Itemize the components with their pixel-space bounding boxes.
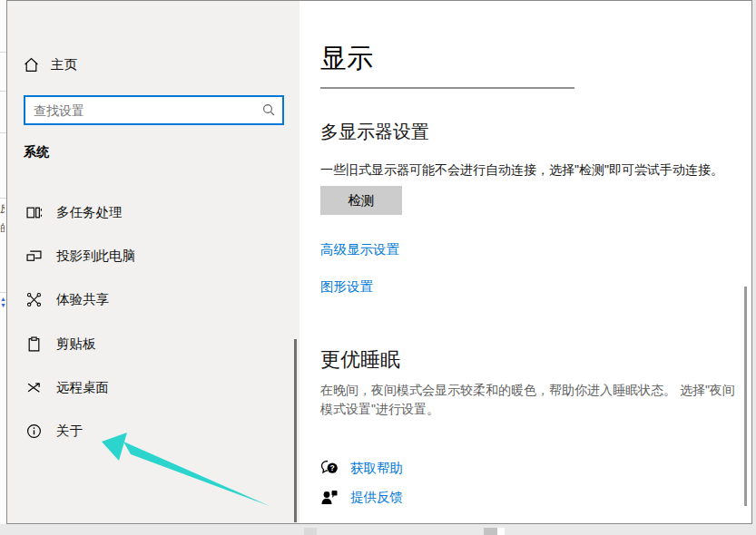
multitasking-icon <box>26 205 42 220</box>
feedback-link[interactable]: 提供反馈 <box>320 489 403 506</box>
page-title-underline <box>320 87 574 89</box>
night-light-description: 在晚间，夜间模式会显示较柔和的暖色，帮助你进入睡眠状态。 选择"夜间模式设置"进… <box>320 381 740 419</box>
screenshot-root: 反 的 ▲▼ 设置 <box>0 0 756 535</box>
background-taskbar-fragment <box>484 528 497 535</box>
background-line <box>0 132 6 133</box>
background-line <box>0 198 6 199</box>
main-content: 显示 多显示器设置 一些旧式显示器可能不会进行自动连接，选择"检测"即可尝试手动… <box>299 1 751 523</box>
get-help-label: 获取帮助 <box>350 460 403 477</box>
detect-button[interactable]: 检测 <box>320 186 402 215</box>
about-icon <box>26 423 42 439</box>
multi-display-description: 一些旧式显示器可能不会进行自动连接，选择"检测"即可尝试手动连接。 <box>320 160 749 180</box>
background-line <box>0 52 6 53</box>
sidebar: 主页 系统 多任务处理 <box>7 1 299 523</box>
search-icon <box>261 102 276 117</box>
background-text-fragment: 的 <box>0 222 5 233</box>
sidebar-scrollbar[interactable] <box>294 339 297 522</box>
multi-display-heading: 多显示器设置 <box>320 120 429 144</box>
background-line <box>0 292 6 293</box>
background-window-sliver: 反 的 ▲▼ <box>0 0 6 524</box>
sidebar-item-multitasking[interactable]: 多任务处理 <box>7 192 299 232</box>
feedback-icon <box>320 489 339 506</box>
remote-desktop-icon <box>26 380 42 395</box>
sidebar-item-clipboard[interactable]: 剪贴板 <box>7 324 299 364</box>
sidebar-item-project-to-pc[interactable]: 投影到此电脑 <box>7 236 299 276</box>
sidebar-item-home[interactable]: 主页 <box>24 56 77 73</box>
clipboard-icon <box>26 336 42 352</box>
get-help-icon: ? <box>320 460 339 477</box>
sidebar-item-label: 主页 <box>51 56 77 73</box>
get-help-link[interactable]: ? 获取帮助 <box>320 460 403 477</box>
svg-text:?: ? <box>330 463 335 472</box>
advanced-display-settings-link[interactable]: 高级显示设置 <box>320 241 399 258</box>
background-line <box>0 91 6 92</box>
page-title: 显示 <box>320 41 373 77</box>
sidebar-item-about[interactable]: 关于 <box>7 411 299 451</box>
background-taskbar-fragment <box>304 528 317 535</box>
sidebar-item-label: 关于 <box>56 423 83 440</box>
main-scrollbar[interactable] <box>744 287 747 506</box>
feedback-label: 提供反馈 <box>350 489 403 506</box>
background-sort-arrows-icon: ▲▼ <box>0 296 6 308</box>
night-light-heading: 更优睡眠 <box>320 346 400 374</box>
home-icon <box>24 57 39 73</box>
shared-experiences-icon <box>26 292 42 307</box>
background-taskbar-fragment <box>497 528 505 535</box>
sidebar-item-label: 远程桌面 <box>56 379 109 396</box>
sidebar-item-label: 剪贴板 <box>56 336 96 353</box>
settings-window: 设置 主页 <box>6 0 752 524</box>
graphics-settings-link[interactable]: 图形设置 <box>320 278 373 296</box>
search-box <box>24 95 284 125</box>
sidebar-item-remote-desktop[interactable]: 远程桌面 <box>7 367 299 407</box>
background-text-fragment: 反 <box>0 203 5 214</box>
project-to-pc-icon <box>26 248 42 264</box>
sidebar-item-label: 多任务处理 <box>56 204 123 221</box>
sidebar-section-system: 系统 <box>24 144 49 160</box>
sidebar-item-label: 体验共享 <box>56 291 109 308</box>
sidebar-item-label: 投影到此电脑 <box>56 248 135 265</box>
sidebar-item-shared-experiences[interactable]: 体验共享 <box>7 279 299 319</box>
search-input[interactable] <box>25 97 282 123</box>
